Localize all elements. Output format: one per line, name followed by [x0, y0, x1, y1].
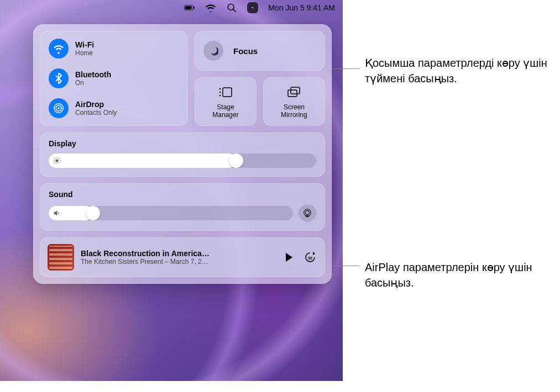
bluetooth-toggle[interactable]: Bluetooth On	[49, 68, 179, 88]
svg-line-25	[55, 162, 55, 163]
svg-rect-17	[288, 90, 297, 97]
svg-line-23	[55, 158, 55, 159]
spotlight-icon[interactable]	[226, 2, 237, 13]
svg-rect-5	[252, 7, 253, 8]
media-subtitle: The Kitchen Sisters Present – March 7, 2…	[81, 258, 275, 266]
screen-mirroring-label: Screen Mirroring	[281, 103, 307, 119]
sound-title: Sound	[49, 190, 316, 199]
svg-line-24	[59, 162, 59, 163]
speaker-icon	[53, 209, 61, 217]
svg-point-28	[305, 211, 309, 215]
stage-manager-button[interactable]: Stage Manager	[195, 77, 257, 126]
airdrop-icon	[49, 98, 69, 118]
media-title: Black Reconstruction in America…	[81, 249, 275, 258]
display-slider[interactable]	[49, 153, 316, 168]
bluetooth-title: Bluetooth	[75, 70, 111, 79]
svg-rect-1	[186, 6, 192, 9]
bluetooth-status: On	[75, 79, 111, 87]
airdrop-toggle[interactable]: AirDrop Contacts Only	[49, 98, 179, 118]
sound-slider[interactable]	[49, 206, 293, 220]
svg-point-6	[253, 7, 254, 8]
play-button[interactable]	[282, 250, 296, 264]
skip-forward-30-button[interactable]: 30	[303, 250, 317, 264]
svg-text:30: 30	[308, 256, 312, 260]
airplay-audio-button[interactable]	[299, 204, 316, 222]
svg-rect-2	[194, 7, 195, 9]
stage-manager-icon	[218, 84, 233, 100]
screen-mirroring-icon	[286, 84, 302, 100]
wifi-status: Home	[75, 49, 94, 57]
screen-mirroring-button[interactable]: Screen Mirroring	[263, 77, 325, 126]
focus-button[interactable]: Focus	[195, 31, 325, 71]
bluetooth-icon	[49, 68, 69, 88]
menubar-clock[interactable]: Mon Jun 5 9:41 AM	[268, 3, 335, 12]
sound-tile: Sound	[40, 183, 325, 231]
svg-point-11	[57, 107, 60, 109]
control-center-icon[interactable]	[247, 2, 258, 13]
wifi-toggle[interactable]: Wi-Fi Home	[49, 39, 179, 59]
callout-line	[328, 68, 359, 69]
airdrop-status: Contacts Only	[75, 109, 117, 116]
svg-line-4	[233, 9, 235, 12]
svg-point-13	[219, 88, 221, 89]
callout-airplay: AirPlay параметрлерін көру үшін басыңыз.	[365, 259, 542, 290]
callout-focus: Қосымша параметрлерді көру үшін түймені …	[365, 55, 547, 86]
wifi-icon	[49, 39, 69, 59]
svg-rect-8	[253, 8, 254, 8]
svg-point-18	[55, 159, 58, 162]
display-tile: Display	[40, 133, 325, 177]
display-title: Display	[49, 139, 316, 148]
now-playing-tile[interactable]: Black Reconstruction in America… The Kit…	[40, 237, 325, 277]
airplay-icon	[302, 208, 312, 218]
desktop-wallpaper: Mon Jun 5 9:41 AM Wi-Fi Home	[0, 0, 343, 381]
wifi-title: Wi-Fi	[75, 40, 94, 49]
svg-point-7	[252, 8, 253, 8]
airdrop-title: AirDrop	[75, 100, 117, 109]
battery-icon[interactable]	[184, 2, 195, 13]
control-center-panel: Wi-Fi Home Bluetooth On	[33, 24, 332, 284]
svg-point-14	[219, 91, 221, 93]
brightness-icon	[53, 157, 61, 165]
focus-label: Focus	[233, 46, 258, 56]
svg-point-15	[219, 94, 221, 96]
svg-line-26	[59, 158, 59, 159]
moon-icon	[203, 41, 223, 61]
album-art	[48, 244, 74, 271]
svg-rect-16	[291, 87, 300, 94]
connectivity-tile: Wi-Fi Home Bluetooth On	[40, 31, 188, 126]
menu-bar: Mon Jun 5 9:41 AM	[0, 0, 343, 15]
svg-rect-12	[223, 88, 232, 97]
stage-manager-label: Stage Manager	[212, 103, 238, 119]
wifi-icon[interactable]	[205, 2, 216, 13]
